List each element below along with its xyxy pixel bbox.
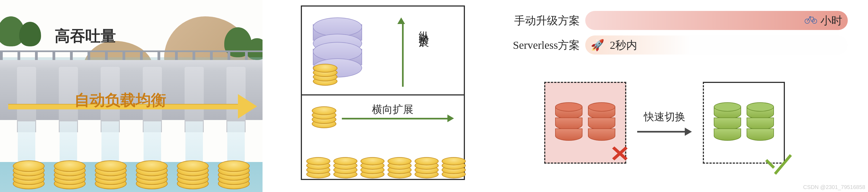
panel-throughput: 高吞吐量 自动负载均衡 xyxy=(0,0,262,192)
coin-row xyxy=(8,158,254,189)
database-red-icon xyxy=(555,102,583,143)
throughput-title: 高吞吐量 xyxy=(55,26,116,47)
coin-stack-icon xyxy=(361,154,384,178)
cross-icon: ✕ xyxy=(610,141,630,167)
bar-serverless: 🚀 2秒内 xyxy=(585,35,848,54)
manual-value: 小时 xyxy=(820,13,842,28)
dam-top xyxy=(0,60,262,71)
coin-stack-icon xyxy=(306,154,330,178)
failover-diagram: ✕ 快速切换 xyxy=(544,82,785,164)
vertical-scale-label: 纵向扩展 xyxy=(417,23,431,32)
coin-stack-icon xyxy=(414,154,438,178)
db-group-healthy xyxy=(703,82,785,164)
rocket-icon: 🚀 xyxy=(591,39,604,51)
bar-row-manual: 手动升级方案 小时 xyxy=(492,11,848,30)
arrow-up-icon xyxy=(400,17,405,87)
watermark-text: CSDN @2301_79516858 xyxy=(803,184,865,190)
switch-arrow-block: 快速切换 xyxy=(637,110,692,136)
panel-scaling: 纵向扩展 横向扩展 xyxy=(284,0,476,192)
coin-stack-small-icon xyxy=(313,61,338,86)
coin-stack-icon xyxy=(442,154,465,178)
coin-stack-icon xyxy=(136,158,168,189)
serverless-value: 2秒内 xyxy=(610,38,637,53)
panel-speed-failover: 手动升级方案 小时 Serverless方案 🚀 2秒内 ✕ 快速切换 xyxy=(487,0,867,192)
manual-upgrade-label: 手动升级方案 xyxy=(492,13,580,28)
coin-stack-icon xyxy=(333,154,356,178)
load-balance-label: 自动负载均衡 xyxy=(0,90,241,111)
serverless-label: Serverless方案 xyxy=(492,38,580,53)
coin-stack-small-icon xyxy=(312,104,336,128)
coin-stack-icon xyxy=(388,154,411,178)
database-green-icon xyxy=(747,102,774,143)
check-icon xyxy=(765,152,792,171)
coin-row-horizontal xyxy=(306,154,465,178)
vertical-scale-box: 纵向扩展 xyxy=(301,5,465,95)
database-red-icon xyxy=(588,102,615,143)
arrow-right-icon xyxy=(637,128,692,136)
database-green-icon xyxy=(714,102,741,143)
bar-manual: 小时 xyxy=(585,11,848,30)
dam-railing xyxy=(0,50,262,61)
coin-stack-icon xyxy=(13,158,44,189)
bar-row-serverless: Serverless方案 🚀 2秒内 xyxy=(492,35,848,54)
db-group-failed: ✕ xyxy=(544,82,626,164)
switch-label: 快速切换 xyxy=(644,110,685,124)
tree-icon xyxy=(19,22,41,46)
coin-stack-icon xyxy=(177,158,209,189)
coin-stack-icon xyxy=(218,158,250,189)
horizontal-scale-label: 横向扩展 xyxy=(372,103,413,116)
bicycle-icon xyxy=(804,14,818,27)
coin-stack-icon xyxy=(54,158,86,189)
coin-stack-icon xyxy=(95,158,127,189)
